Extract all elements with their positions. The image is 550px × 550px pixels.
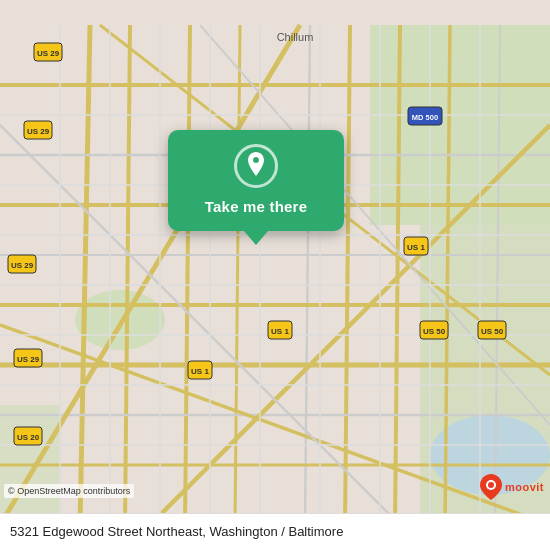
osm-attribution: © OpenStreetMap contributors xyxy=(4,484,134,498)
take-me-there-button[interactable]: Take me there xyxy=(205,198,307,215)
svg-point-69 xyxy=(488,482,494,488)
svg-text:US 29: US 29 xyxy=(27,127,50,136)
svg-text:US 29: US 29 xyxy=(11,261,34,270)
svg-text:US 1: US 1 xyxy=(191,367,209,376)
moovit-text: moovit xyxy=(505,481,544,493)
bottom-bar: 5321 Edgewood Street Northeast, Washingt… xyxy=(0,513,550,550)
popup-card: Take me there xyxy=(168,130,344,231)
svg-text:US 50: US 50 xyxy=(481,327,504,336)
svg-text:Chillum: Chillum xyxy=(277,31,314,43)
location-icon-wrap xyxy=(234,144,278,188)
svg-text:US 50: US 50 xyxy=(423,327,446,336)
svg-text:US 29: US 29 xyxy=(37,49,60,58)
location-pin-icon xyxy=(244,152,268,180)
svg-text:US 20: US 20 xyxy=(17,433,40,442)
map-background: US 29 US 29 US 29 US 29 US 20 US 1 US 1 … xyxy=(0,0,550,550)
map-container: US 29 US 29 US 29 US 29 US 20 US 1 US 1 … xyxy=(0,0,550,550)
svg-text:US 1: US 1 xyxy=(271,327,289,336)
svg-text:US 1: US 1 xyxy=(407,243,425,252)
address-text: 5321 Edgewood Street Northeast, Washingt… xyxy=(10,524,343,539)
svg-text:US 29: US 29 xyxy=(17,355,40,364)
svg-text:MD 500: MD 500 xyxy=(412,113,438,122)
svg-point-3 xyxy=(75,290,165,350)
moovit-logo: moovit xyxy=(480,474,544,500)
moovit-icon xyxy=(480,474,502,500)
